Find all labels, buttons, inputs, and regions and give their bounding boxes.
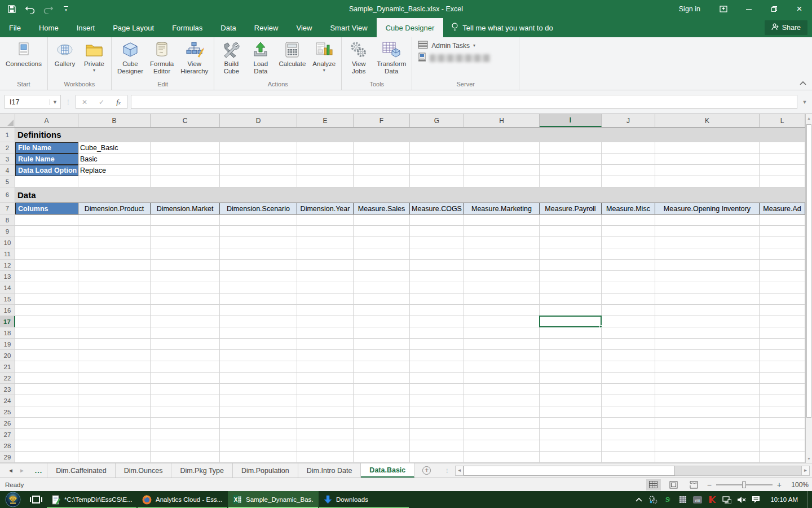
row-header-19[interactable]: 19 [0,339,15,350]
grid-cell[interactable] [151,316,220,327]
grid-cell[interactable] [78,361,151,373]
grid-cell[interactable] [297,429,354,440]
grid-cell[interactable] [540,282,602,294]
grid-cell[interactable] [410,260,464,271]
grid-cell[interactable] [151,154,220,165]
grid-cell[interactable] [297,395,354,406]
row-header-21[interactable]: 21 [0,361,15,373]
definition-value-cell[interactable]: Cube_Basic [78,142,151,154]
grid-cell[interactable] [297,154,354,165]
column-mapping-cell[interactable]: Measure.Opening Inventory [655,203,760,214]
grid-cell[interactable] [151,226,220,237]
grid-cell[interactable] [78,440,151,452]
grid-cell[interactable] [78,327,151,339]
row-header-18[interactable]: 18 [0,327,15,339]
grid-cell[interactable] [78,350,151,361]
row-header-16[interactable]: 16 [0,305,15,316]
grid-cell[interactable] [297,327,354,339]
grid-cell[interactable] [78,214,151,226]
grid-cell[interactable] [354,271,410,282]
grid-cell[interactable] [760,452,805,463]
grid-cell[interactable] [760,305,805,316]
grid-cell[interactable] [540,214,602,226]
grid-cell[interactable] [655,361,760,373]
grid-cell[interactable] [760,327,805,339]
customize-quick-access-icon[interactable]: ▾ [60,3,72,15]
grid-cell[interactable] [151,294,220,305]
grid-cell[interactable] [602,176,655,187]
sheet-tab-dim-pkg-type[interactable]: Dim.Pkg Type [171,463,233,478]
grid-cell[interactable] [354,316,410,327]
columns-label-cell[interactable]: Columns [15,203,78,214]
grid-cell[interactable] [15,406,78,418]
grid-cell[interactable] [220,429,297,440]
column-header-K[interactable]: K [655,114,760,127]
volume-muted-icon[interactable] [736,495,746,505]
definition-value-cell[interactable]: Replace [78,165,151,176]
grid-cell[interactable] [220,305,297,316]
grid-cell[interactable] [602,214,655,226]
grid-cell[interactable] [760,339,805,350]
grid-cell[interactable] [151,165,220,176]
grid-cell[interactable] [15,294,78,305]
grid-cell[interactable] [220,237,297,248]
grid-cell[interactable] [410,237,464,248]
page-layout-view-icon[interactable] [667,479,681,491]
view-jobs-button[interactable]: View Jobs [344,38,373,75]
grid-cell[interactable] [540,176,602,187]
grid-cell[interactable] [760,373,805,384]
grid-cell[interactable] [602,429,655,440]
grid-cell[interactable] [464,350,540,361]
zoom-level[interactable]: 100% [787,481,809,489]
definition-label-cell[interactable]: Rule Name [15,154,78,165]
ribbon-tab-data[interactable]: Data [211,18,245,37]
grid-cell[interactable] [410,429,464,440]
collapse-ribbon-icon[interactable] [800,77,806,87]
grid-cell[interactable] [410,294,464,305]
grid-cell[interactable] [297,294,354,305]
grid-cell[interactable] [78,176,151,187]
grid-cell[interactable] [151,305,220,316]
definition-label-cell[interactable]: File Name [15,142,78,154]
grid-cell[interactable] [540,260,602,271]
name-box-dropdown-icon[interactable]: ▼ [49,99,60,105]
grid-cell[interactable] [410,305,464,316]
column-mapping-cell[interactable]: Dimension.Year [297,203,354,214]
grid-cell[interactable] [655,384,760,395]
row-header-11[interactable]: 11 [0,248,15,260]
ribbon-tab-review[interactable]: Review [245,18,288,37]
grid-cell[interactable] [602,350,655,361]
build-cube-button[interactable]: Build Cube [217,38,246,75]
grid-cell[interactable] [78,305,151,316]
column-header-B[interactable]: B [78,114,151,127]
column-header-I[interactable]: I [540,114,602,127]
row-header-14[interactable]: 14 [0,282,15,294]
grid-cell[interactable] [760,271,805,282]
row-header-1[interactable]: 1 [0,128,15,142]
grid-cell[interactable] [410,418,464,429]
grid-cell[interactable] [655,226,760,237]
grid-cell[interactable] [655,429,760,440]
grid-cell[interactable] [151,395,220,406]
grid-cell[interactable] [151,350,220,361]
grid-cell[interactable] [655,327,760,339]
row-header-5[interactable]: 5 [0,176,15,187]
grid-cell[interactable] [464,176,540,187]
grid-cell[interactable] [78,418,151,429]
grid-cell[interactable] [78,406,151,418]
grid-cell[interactable] [220,142,297,154]
column-header-H[interactable]: H [464,114,540,127]
grid-cell[interactable] [78,384,151,395]
taskbar-button-downloads[interactable]: Downloads [319,491,409,508]
grid-cell[interactable] [220,226,297,237]
formula-input[interactable] [131,95,797,109]
row-header-3[interactable]: 3 [0,154,15,165]
grid-cell[interactable] [602,248,655,260]
grid-cell[interactable] [410,282,464,294]
grid-cell[interactable] [297,226,354,237]
taskbar-clock[interactable]: 10:10 AM [766,496,802,503]
grid-cell[interactable] [760,429,805,440]
grid-cell[interactable] [297,316,354,327]
grid-cell[interactable] [760,154,805,165]
grid-cell[interactable] [464,305,540,316]
